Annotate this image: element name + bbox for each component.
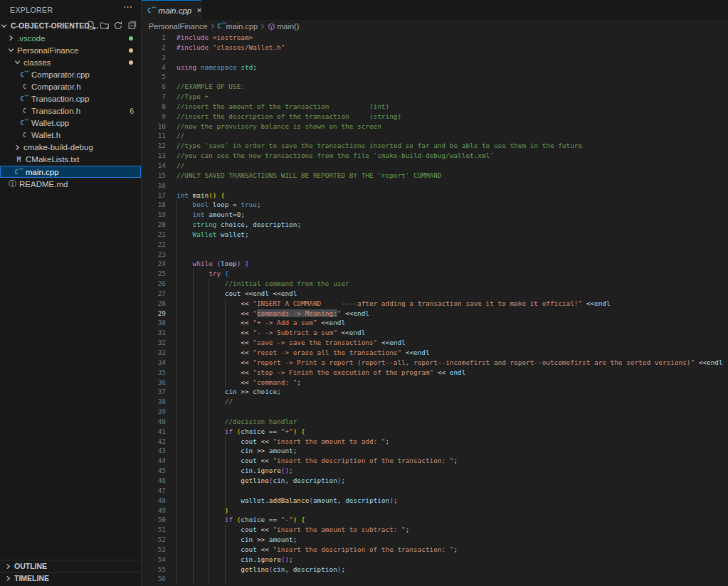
line-number[interactable]: 29 <box>142 309 166 319</box>
line-number[interactable]: 44 <box>142 456 166 466</box>
line-number[interactable]: 17 <box>142 191 166 201</box>
line-number[interactable]: 13 <box>142 151 166 161</box>
tree-item-classes[interactable]: classes <box>0 56 141 68</box>
code-line[interactable]: 10//now the provvisory balance is shown … <box>142 122 728 132</box>
tree-item-Comparator.cpp[interactable]: C++Comparator.cpp <box>0 68 141 80</box>
line-number[interactable]: 19 <box>142 210 166 220</box>
line-number[interactable]: 27 <box>142 289 166 299</box>
breadcrumb-folder[interactable]: PersonalFinance <box>149 22 208 31</box>
code-line[interactable]: 27 cout <<endl <<endl <box>142 289 728 299</box>
code-line[interactable]: 55 getline(cin, description); <box>142 565 728 575</box>
line-number[interactable]: 4 <box>142 63 166 73</box>
line-number[interactable]: 10 <box>142 122 166 132</box>
line-number[interactable]: 52 <box>142 535 166 545</box>
code-line[interactable]: 7//Type + <box>142 92 728 102</box>
code-line[interactable]: 14// <box>142 161 728 171</box>
line-number[interactable]: 31 <box>142 328 166 338</box>
line-number[interactable]: 16 <box>142 181 166 191</box>
line-number[interactable]: 34 <box>142 358 166 368</box>
code-line[interactable]: 49 } <box>142 506 728 516</box>
line-number[interactable]: 48 <box>142 496 166 506</box>
code-line[interactable]: 38 // <box>142 397 728 407</box>
line-number[interactable]: 18 <box>142 200 166 210</box>
code-line[interactable]: 43 cin >> amount; <box>142 446 728 456</box>
line-number[interactable]: 11 <box>142 131 166 141</box>
code-line[interactable]: 29 << "commands -> Meaning:" <<endl <box>142 309 728 319</box>
line-number[interactable]: 40 <box>142 417 166 427</box>
line-number[interactable]: 21 <box>142 230 166 240</box>
code-line[interactable]: 46 getline(cin, description); <box>142 476 728 486</box>
line-number[interactable]: 22 <box>142 240 166 250</box>
code-line[interactable]: 18 bool loop = true; <box>142 200 728 210</box>
tree-item-CMakeLists.txt[interactable]: MCMakeLists.txt <box>0 154 141 166</box>
code-line[interactable]: 34 << "report -> Print a report (report-… <box>142 358 728 368</box>
line-number[interactable]: 54 <box>142 555 166 565</box>
line-number[interactable]: 1 <box>142 33 166 43</box>
code-line[interactable]: 20 string choice, description; <box>142 220 728 230</box>
line-number[interactable]: 36 <box>142 378 166 388</box>
code-line[interactable]: 5 <box>142 72 728 82</box>
code-line[interactable]: 4using namespace std; <box>142 63 728 73</box>
code-line[interactable]: 25 try { <box>142 269 728 279</box>
collapse-all-icon[interactable] <box>127 21 137 31</box>
line-number[interactable]: 12 <box>142 141 166 151</box>
code-line[interactable]: 28 << "INSERT A COMMAND ----after adding… <box>142 299 728 309</box>
code-line[interactable]: 53 cout << "insert the description of th… <box>142 545 728 555</box>
tree-item-Comparator.h[interactable]: CComparator.h <box>0 80 141 92</box>
line-number[interactable]: 46 <box>142 476 166 486</box>
line-number[interactable]: 6 <box>142 82 166 92</box>
line-number[interactable]: 55 <box>142 565 166 575</box>
workspace-section-header[interactable]: C-OBJECT-ORIENTED-... <box>0 19 141 32</box>
code-line[interactable]: 52 cin >> amount; <box>142 535 728 545</box>
new-folder-icon[interactable] <box>100 21 110 31</box>
line-number[interactable]: 7 <box>142 92 166 102</box>
line-number[interactable]: 50 <box>142 515 166 525</box>
line-number[interactable]: 23 <box>142 250 166 260</box>
code-line[interactable]: 32 << "save -> save the transactions" <<… <box>142 338 728 348</box>
line-number[interactable]: 35 <box>142 368 166 378</box>
code-line[interactable]: 39 <box>142 407 728 417</box>
code-line[interactable]: 1#include <iostream> <box>142 33 728 43</box>
line-number[interactable]: 2 <box>142 43 166 53</box>
code-line[interactable]: 6//EXAMPLE OF USE: <box>142 82 728 92</box>
code-line[interactable]: 41 if (choice == "+") { <box>142 427 728 437</box>
line-number[interactable]: 56 <box>142 574 166 584</box>
line-number[interactable]: 42 <box>142 437 166 447</box>
line-number[interactable]: 24 <box>142 259 166 269</box>
line-number[interactable]: 43 <box>142 446 166 456</box>
line-number[interactable]: 20 <box>142 220 166 230</box>
code-line[interactable]: 12//type 'save' in order to save the tra… <box>142 141 728 151</box>
new-file-icon[interactable] <box>86 21 96 31</box>
line-number[interactable]: 15 <box>142 171 166 181</box>
code-line[interactable]: 23 <box>142 250 728 260</box>
code-line[interactable]: 22 <box>142 240 728 250</box>
line-number[interactable]: 39 <box>142 407 166 417</box>
code-line[interactable]: 30 << "+ -> Add a sum" <<endl <box>142 318 728 328</box>
more-actions-icon[interactable]: ⋯ <box>123 1 132 12</box>
code-line[interactable]: 15//ONLY SAVED TRANSACTIONS WILL BE REPO… <box>142 171 728 181</box>
timeline-panel-header[interactable]: TIMELINE <box>0 572 141 584</box>
line-number[interactable]: 28 <box>142 299 166 309</box>
tab-main-cpp[interactable]: C++ main.cpp ✕ <box>142 0 201 21</box>
close-icon[interactable]: ✕ <box>196 7 202 14</box>
code-line[interactable]: 9//insert the description of the transac… <box>142 112 728 122</box>
code-line[interactable]: 24 while (loop) { <box>142 259 728 269</box>
tree-item-Transaction.cpp[interactable]: C++Transaction.cpp <box>0 92 141 105</box>
code-line[interactable]: 2#include "classes/Wallet.h" <box>142 43 728 53</box>
line-number[interactable]: 41 <box>142 427 166 437</box>
line-number[interactable]: 32 <box>142 338 166 348</box>
outline-panel-header[interactable]: OUTLINE <box>0 560 141 572</box>
line-number[interactable]: 8 <box>142 102 166 112</box>
code-line[interactable]: 16 <box>142 181 728 191</box>
code-line[interactable]: 26 //initial command from the user <box>142 279 728 289</box>
code-line[interactable]: 45 cin.ignore(); <box>142 466 728 476</box>
tree-item-Transaction.h[interactable]: CTransaction.h6 <box>0 105 141 117</box>
code-line[interactable]: 35 << "stop -> Finish the execution of t… <box>142 368 728 378</box>
refresh-icon[interactable] <box>113 21 123 31</box>
code-line[interactable]: 37 cin >> choice; <box>142 387 728 397</box>
tree-item-cmake-build-debug[interactable]: cmake-build-debug <box>0 142 141 154</box>
line-number[interactable]: 26 <box>142 279 166 289</box>
code-editor[interactable]: 1#include <iostream>2#include "classes/W… <box>142 33 728 586</box>
code-line[interactable]: 40 //decision handler <box>142 417 728 427</box>
code-line[interactable]: 17int main() { <box>142 191 728 201</box>
